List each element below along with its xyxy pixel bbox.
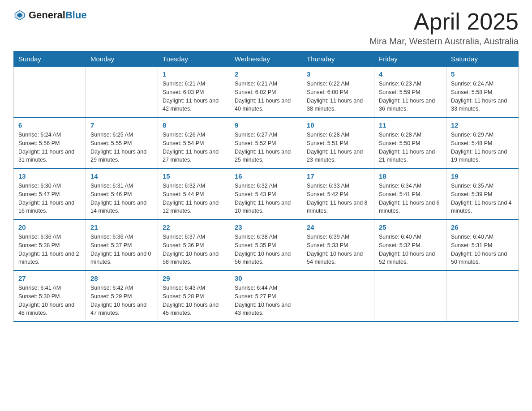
day-info: Sunrise: 6:44 AM Sunset: 5:27 PM Dayligh… — [235, 284, 297, 317]
day-info: Sunrise: 6:40 AM Sunset: 5:32 PM Dayligh… — [379, 233, 442, 266]
calendar-cell: 22Sunrise: 6:37 AM Sunset: 5:36 PM Dayli… — [158, 219, 230, 270]
day-info: Sunrise: 6:29 AM Sunset: 5:48 PM Dayligh… — [451, 131, 514, 164]
day-number: 28 — [90, 274, 153, 282]
day-number: 5 — [451, 70, 514, 78]
day-info: Sunrise: 6:25 AM Sunset: 5:55 PM Dayligh… — [90, 131, 153, 164]
logo-text: GeneralBlue — [29, 9, 87, 21]
day-number: 3 — [307, 70, 369, 78]
calendar-header: SundayMondayTuesdayWednesdayThursdayFrid… — [14, 51, 519, 67]
day-info: Sunrise: 6:42 AM Sunset: 5:29 PM Dayligh… — [90, 284, 153, 317]
day-number: 4 — [379, 70, 442, 78]
page-header: GeneralBlue April 2025 Mira Mar, Western… — [13, 9, 519, 47]
day-number: 18 — [379, 172, 442, 180]
calendar-cell: 28Sunrise: 6:42 AM Sunset: 5:29 PM Dayli… — [86, 270, 158, 321]
day-info: Sunrise: 6:36 AM Sunset: 5:37 PM Dayligh… — [90, 233, 153, 266]
day-number: 8 — [163, 121, 225, 129]
day-number: 21 — [90, 223, 153, 231]
calendar-week-row: 6Sunrise: 6:24 AM Sunset: 5:56 PM Daylig… — [14, 117, 519, 168]
day-info: Sunrise: 6:41 AM Sunset: 5:30 PM Dayligh… — [18, 284, 81, 317]
logo: GeneralBlue — [13, 9, 87, 21]
day-info: Sunrise: 6:35 AM Sunset: 5:39 PM Dayligh… — [451, 182, 514, 215]
day-info: Sunrise: 6:27 AM Sunset: 5:52 PM Dayligh… — [235, 131, 297, 164]
day-number: 23 — [235, 223, 297, 231]
weekday-header-thursday: Thursday — [302, 51, 374, 67]
calendar-cell: 9Sunrise: 6:27 AM Sunset: 5:52 PM Daylig… — [230, 117, 302, 168]
day-info: Sunrise: 6:24 AM Sunset: 5:56 PM Dayligh… — [18, 131, 81, 164]
day-number: 15 — [163, 172, 225, 180]
day-number: 25 — [379, 223, 442, 231]
calendar-cell — [14, 67, 86, 118]
month-year-title: April 2025 — [369, 9, 519, 34]
day-info: Sunrise: 6:32 AM Sunset: 5:43 PM Dayligh… — [235, 182, 297, 215]
calendar-week-row: 1Sunrise: 6:21 AM Sunset: 6:03 PM Daylig… — [14, 67, 519, 118]
weekday-header-wednesday: Wednesday — [230, 51, 302, 67]
day-number: 2 — [235, 70, 297, 78]
calendar-week-row: 20Sunrise: 6:36 AM Sunset: 5:38 PM Dayli… — [14, 219, 519, 270]
day-number: 14 — [90, 172, 153, 180]
day-number: 6 — [18, 121, 81, 129]
location-subtitle: Mira Mar, Western Australia, Australia — [369, 36, 519, 47]
calendar-cell: 13Sunrise: 6:30 AM Sunset: 5:47 PM Dayli… — [14, 168, 86, 219]
calendar-cell: 26Sunrise: 6:40 AM Sunset: 5:31 PM Dayli… — [446, 219, 519, 270]
day-info: Sunrise: 6:26 AM Sunset: 5:54 PM Dayligh… — [163, 131, 225, 164]
day-number: 29 — [163, 274, 225, 282]
day-number: 26 — [451, 223, 514, 231]
day-info: Sunrise: 6:38 AM Sunset: 5:35 PM Dayligh… — [235, 233, 297, 266]
day-number: 20 — [18, 223, 81, 231]
calendar-cell: 20Sunrise: 6:36 AM Sunset: 5:38 PM Dayli… — [14, 219, 86, 270]
calendar-cell: 10Sunrise: 6:28 AM Sunset: 5:51 PM Dayli… — [302, 117, 374, 168]
day-info: Sunrise: 6:21 AM Sunset: 6:02 PM Dayligh… — [235, 80, 297, 113]
day-info: Sunrise: 6:23 AM Sunset: 5:59 PM Dayligh… — [379, 80, 442, 113]
calendar-cell — [86, 67, 158, 118]
day-number: 12 — [451, 121, 514, 129]
day-number: 9 — [235, 121, 297, 129]
weekday-header-saturday: Saturday — [446, 51, 519, 67]
day-info: Sunrise: 6:21 AM Sunset: 6:03 PM Dayligh… — [163, 80, 225, 113]
logo-icon — [13, 9, 26, 21]
calendar-cell — [374, 270, 446, 321]
day-number: 17 — [307, 172, 369, 180]
day-info: Sunrise: 6:28 AM Sunset: 5:51 PM Dayligh… — [307, 131, 369, 164]
day-info: Sunrise: 6:39 AM Sunset: 5:33 PM Dayligh… — [307, 233, 369, 266]
day-info: Sunrise: 6:31 AM Sunset: 5:46 PM Dayligh… — [90, 182, 153, 215]
logo-blue-text: Blue — [65, 9, 87, 21]
calendar-cell: 3Sunrise: 6:22 AM Sunset: 6:00 PM Daylig… — [302, 67, 374, 118]
logo-general: General — [29, 9, 65, 21]
calendar-cell: 29Sunrise: 6:43 AM Sunset: 5:28 PM Dayli… — [158, 270, 230, 321]
calendar-cell: 30Sunrise: 6:44 AM Sunset: 5:27 PM Dayli… — [230, 270, 302, 321]
day-info: Sunrise: 6:22 AM Sunset: 6:00 PM Dayligh… — [307, 80, 369, 113]
weekday-header-sunday: Sunday — [14, 51, 86, 67]
weekday-header-tuesday: Tuesday — [158, 51, 230, 67]
calendar-cell: 12Sunrise: 6:29 AM Sunset: 5:48 PM Dayli… — [446, 117, 519, 168]
calendar-cell: 18Sunrise: 6:34 AM Sunset: 5:41 PM Dayli… — [374, 168, 446, 219]
calendar-cell: 8Sunrise: 6:26 AM Sunset: 5:54 PM Daylig… — [158, 117, 230, 168]
calendar-cell: 16Sunrise: 6:32 AM Sunset: 5:43 PM Dayli… — [230, 168, 302, 219]
calendar-cell: 4Sunrise: 6:23 AM Sunset: 5:59 PM Daylig… — [374, 67, 446, 118]
weekday-header-monday: Monday — [86, 51, 158, 67]
day-info: Sunrise: 6:32 AM Sunset: 5:44 PM Dayligh… — [163, 182, 225, 215]
calendar-cell: 15Sunrise: 6:32 AM Sunset: 5:44 PM Dayli… — [158, 168, 230, 219]
calendar-cell: 27Sunrise: 6:41 AM Sunset: 5:30 PM Dayli… — [14, 270, 86, 321]
calendar-cell: 14Sunrise: 6:31 AM Sunset: 5:46 PM Dayli… — [86, 168, 158, 219]
weekday-header-friday: Friday — [374, 51, 446, 67]
day-info: Sunrise: 6:40 AM Sunset: 5:31 PM Dayligh… — [451, 233, 514, 266]
day-number: 13 — [18, 172, 81, 180]
calendar-cell: 25Sunrise: 6:40 AM Sunset: 5:32 PM Dayli… — [374, 219, 446, 270]
day-number: 30 — [235, 274, 297, 282]
day-info: Sunrise: 6:28 AM Sunset: 5:50 PM Dayligh… — [379, 131, 442, 164]
calendar-cell: 21Sunrise: 6:36 AM Sunset: 5:37 PM Dayli… — [86, 219, 158, 270]
calendar-cell — [302, 270, 374, 321]
calendar-cell: 11Sunrise: 6:28 AM Sunset: 5:50 PM Dayli… — [374, 117, 446, 168]
day-number: 11 — [379, 121, 442, 129]
day-number: 7 — [90, 121, 153, 129]
calendar-week-row: 13Sunrise: 6:30 AM Sunset: 5:47 PM Dayli… — [14, 168, 519, 219]
day-number: 27 — [18, 274, 81, 282]
day-number: 16 — [235, 172, 297, 180]
calendar-cell: 24Sunrise: 6:39 AM Sunset: 5:33 PM Dayli… — [302, 219, 374, 270]
calendar-cell: 7Sunrise: 6:25 AM Sunset: 5:55 PM Daylig… — [86, 117, 158, 168]
day-number: 19 — [451, 172, 514, 180]
day-number: 22 — [163, 223, 225, 231]
calendar-cell: 17Sunrise: 6:33 AM Sunset: 5:42 PM Dayli… — [302, 168, 374, 219]
day-info: Sunrise: 6:36 AM Sunset: 5:38 PM Dayligh… — [18, 233, 81, 266]
calendar-cell: 23Sunrise: 6:38 AM Sunset: 5:35 PM Dayli… — [230, 219, 302, 270]
